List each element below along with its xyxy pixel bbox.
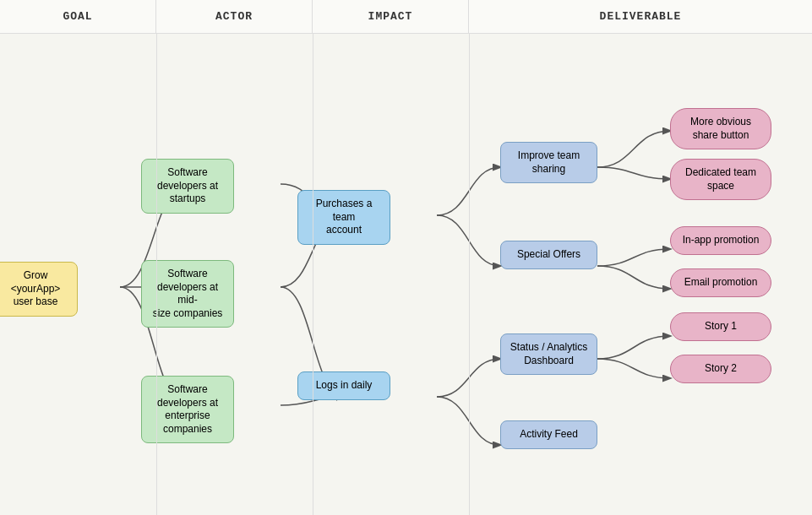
actor2-node: Softwaredevelopers at mid-size companies [141,260,234,328]
del5-label: Story 1 [705,320,737,332]
deliverable-header: DELIVERABLE [469,0,812,33]
del2-label: Dedicated teamspace [685,166,756,192]
actor1-node: Softwaredevelopers atstartups [141,159,234,214]
actor-header: ACTOR [156,0,313,33]
del5-node: Story 1 [670,312,771,341]
actor1-label: Softwaredevelopers atstartups [157,166,218,204]
col-divider-1 [156,34,157,515]
goal-label: Grow<yourApp>user base [11,269,61,307]
goal-header: GOAL [0,0,156,33]
diagram-area: Grow<yourApp>user base Softwaredeveloper… [0,34,812,515]
col-divider-3 [469,34,470,515]
actor3-label: Softwaredevelopers atenterprisecompanies [157,383,218,435]
del6-node: Story 2 [670,355,771,383]
sub2-label: Special Offers [517,248,580,260]
sub4-node: Activity Feed [500,420,597,449]
impact2-node: Logs in daily [297,371,390,400]
impact-header: IMPACT [313,0,469,33]
goal-node: Grow<yourApp>user base [0,262,78,317]
impact2-label: Logs in daily [316,379,373,391]
del4-node: Email promotion [670,268,771,297]
col-divider-2 [313,34,313,515]
actor2-label: Softwaredevelopers at mid-size companies [153,268,223,319]
actor3-node: Softwaredevelopers atenterprisecompanies [141,376,234,443]
impact1-node: Purchases a teamaccount [297,190,390,245]
del3-label: In-app promotion [683,234,760,246]
sub2-node: Special Offers [500,241,597,269]
header-row: GOAL ACTOR IMPACT DELIVERABLE [0,0,812,34]
del3-node: In-app promotion [670,226,771,255]
del6-label: Story 2 [705,362,737,374]
del2-node: Dedicated teamspace [670,159,771,200]
sub4-label: Activity Feed [520,428,578,440]
sub3-node: Status / AnalyticsDashboard [500,333,597,375]
sub1-label: Improve teamsharing [518,149,580,175]
del1-label: More obviousshare button [690,116,751,141]
del4-label: Email promotion [684,276,758,288]
sub3-label: Status / AnalyticsDashboard [510,341,587,366]
sub1-node: Improve teamsharing [500,142,597,183]
del1-node: More obviousshare button [670,108,771,149]
impact1-label: Purchases a teamaccount [316,198,373,236]
